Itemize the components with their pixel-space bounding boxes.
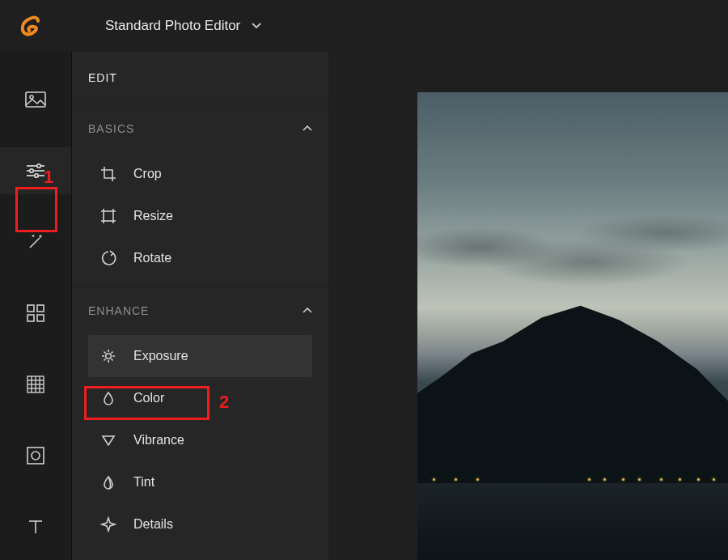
item-vibrance[interactable]: Vibrance	[88, 419, 312, 461]
svg-point-1	[30, 95, 33, 99]
section-header-label: ENHANCE	[88, 304, 149, 317]
item-crop[interactable]: Crop	[88, 153, 312, 195]
rail-item-vignette[interactable]	[0, 432, 71, 479]
svg-rect-11	[37, 315, 44, 321]
droplet-icon	[99, 390, 117, 406]
item-label: Resize	[133, 209, 173, 223]
sparkle-icon	[99, 516, 117, 532]
svg-rect-19	[28, 448, 44, 464]
section-basics: BASICS Crop	[72, 104, 328, 286]
item-label: Tint	[133, 475, 154, 490]
rotate-icon	[99, 250, 117, 266]
item-exposure[interactable]: Exposure	[88, 335, 312, 377]
svg-point-6	[30, 169, 33, 172]
chevron-up-icon	[303, 125, 312, 132]
tint-icon	[99, 474, 117, 490]
rail-item-edit-sliders[interactable]	[0, 147, 71, 194]
section-enhance-items: Exposure Color V	[88, 335, 312, 552]
section-header-label: BASICS	[88, 122, 134, 135]
svg-point-5	[37, 164, 40, 168]
edit-panel: EDIT BASICS Crop	[71, 52, 328, 560]
section-header-basics[interactable]: BASICS	[88, 104, 312, 153]
triangle-icon	[99, 432, 117, 448]
item-tint[interactable]: Tint	[88, 461, 312, 503]
app-title-dropdown[interactable]: Standard Photo Editor	[105, 18, 261, 34]
svg-rect-8	[28, 305, 34, 312]
rail-item-image[interactable]	[0, 76, 71, 123]
tool-rail	[0, 52, 71, 560]
chevron-up-icon	[303, 308, 312, 314]
item-details[interactable]: Details	[88, 503, 312, 545]
rail-item-text[interactable]	[0, 503, 71, 550]
rail-item-magic-wand[interactable]	[0, 218, 71, 265]
app-logo-icon	[19, 15, 40, 36]
svg-rect-23	[104, 211, 113, 221]
sun-icon	[99, 348, 117, 364]
item-label: Vibrance	[133, 433, 184, 448]
resize-icon	[99, 208, 117, 224]
rail-item-overlay[interactable]	[0, 361, 71, 408]
item-label: Crop	[133, 167, 162, 181]
svg-point-24	[106, 354, 112, 359]
crop-icon	[99, 166, 117, 182]
item-color[interactable]: Color	[88, 377, 312, 419]
svg-point-20	[32, 452, 40, 460]
chevron-down-icon	[252, 23, 261, 29]
app-title-label: Standard Photo Editor	[105, 18, 240, 34]
item-label: Exposure	[133, 349, 188, 363]
svg-rect-0	[26, 92, 45, 107]
item-label: Color	[133, 391, 164, 405]
photo-preview	[417, 92, 728, 560]
item-resize[interactable]: Resize	[88, 195, 312, 237]
rail-item-frames[interactable]	[0, 290, 71, 337]
panel-title: EDIT	[72, 71, 328, 104]
svg-rect-10	[28, 315, 34, 321]
main-area: EDIT BASICS Crop	[0, 52, 728, 560]
top-bar: Standard Photo Editor	[0, 0, 728, 52]
svg-rect-9	[37, 305, 44, 312]
svg-point-7	[35, 174, 38, 177]
item-rotate[interactable]: Rotate	[88, 237, 312, 279]
item-label: Rotate	[133, 251, 171, 265]
section-enhance: ENHANCE Exposure	[72, 286, 328, 552]
canvas[interactable]	[328, 52, 728, 560]
section-header-enhance[interactable]: ENHANCE	[88, 286, 312, 335]
item-label: Details	[133, 517, 173, 532]
section-basics-items: Crop Resize	[88, 153, 312, 286]
